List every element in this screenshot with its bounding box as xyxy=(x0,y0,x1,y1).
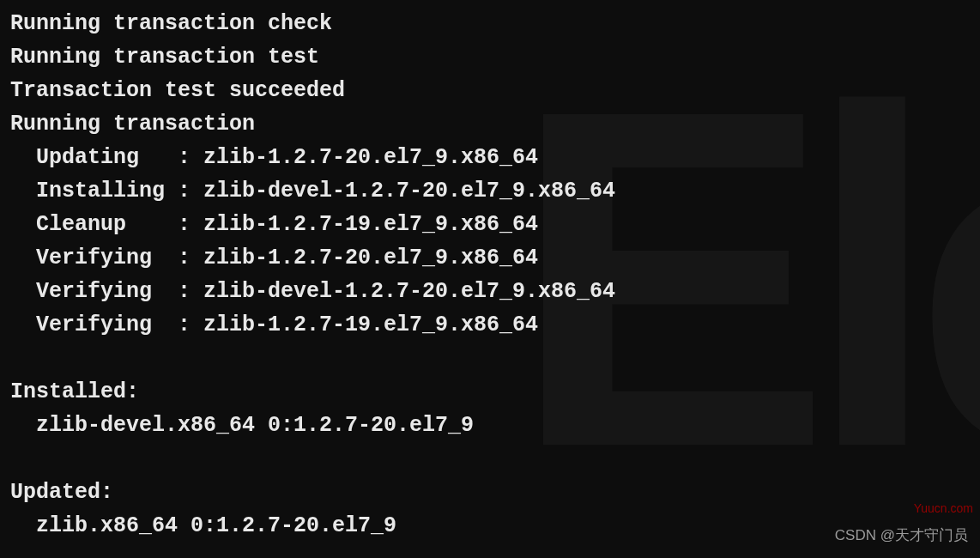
terminal-line: Updating : zlib-1.2.7-20.el7_9.x86_64 xyxy=(10,141,970,174)
terminal-line: Updated: xyxy=(10,476,970,509)
site-watermark: Yuucn.com xyxy=(914,500,973,519)
terminal-line xyxy=(10,543,970,558)
terminal-line: Verifying : zlib-1.2.7-20.el7_9.x86_64 xyxy=(10,241,970,275)
terminal-line: zlib-devel.x86_64 0:1.2.7-20.el7_9 xyxy=(10,409,970,442)
terminal-line xyxy=(10,442,970,476)
terminal-line: zlib.x86_64 0:1.2.7-20.el7_9 xyxy=(10,509,970,543)
terminal-line: Verifying : zlib-1.2.7-19.el7_9.x86_64 xyxy=(10,308,970,342)
terminal-line: Verifying : zlib-devel-1.2.7-20.el7_9.x8… xyxy=(10,275,970,308)
terminal-line xyxy=(10,342,970,375)
terminal-line: Running transaction test xyxy=(10,40,970,74)
terminal-line: Installed: xyxy=(10,375,970,409)
terminal-line: Installing : zlib-devel-1.2.7-20.el7_9.x… xyxy=(10,174,970,208)
terminal-line: Transaction test succeeded xyxy=(10,74,970,107)
terminal-line: Cleanup : zlib-1.2.7-19.el7_9.x86_64 xyxy=(10,208,970,241)
attribution-watermark: CSDN @天才守门员 xyxy=(835,525,968,548)
terminal-line: Running transaction check xyxy=(10,7,970,40)
terminal-line: Running transaction xyxy=(10,107,970,141)
